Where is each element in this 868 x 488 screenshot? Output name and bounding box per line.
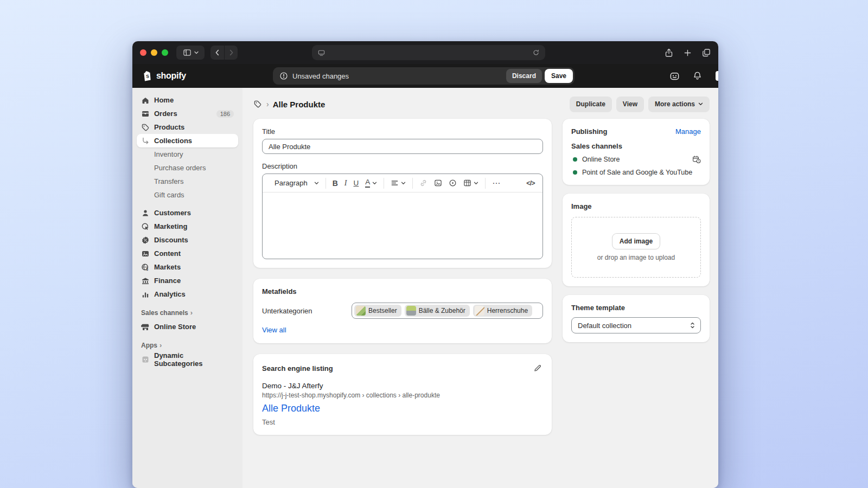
minimize-window-button[interactable] bbox=[151, 49, 157, 56]
sidebar-item-products[interactable]: Products bbox=[137, 120, 238, 134]
zoom-window-button[interactable] bbox=[162, 49, 168, 56]
sidebar-item-home[interactable]: Home bbox=[137, 93, 238, 107]
orders-icon bbox=[141, 110, 150, 118]
nested-arrow-icon bbox=[141, 137, 150, 145]
text-color-button[interactable]: A bbox=[362, 176, 380, 190]
sidebar-item-marketing[interactable]: Marketing bbox=[137, 220, 238, 233]
seo-result-title: Alle Produkte bbox=[262, 403, 543, 414]
share-icon[interactable] bbox=[665, 48, 673, 57]
insert-table-button[interactable] bbox=[460, 176, 482, 190]
forward-button[interactable] bbox=[224, 46, 238, 60]
play-circle-icon bbox=[449, 179, 457, 187]
tab-overview-icon[interactable] bbox=[702, 48, 711, 57]
link-icon bbox=[419, 179, 427, 187]
sidebar-toggle-button[interactable] bbox=[176, 46, 205, 60]
insert-video-button[interactable] bbox=[445, 176, 460, 190]
metafield-chip[interactable]: Bälle & Zubehör bbox=[405, 305, 470, 317]
notifications-bell-icon[interactable] bbox=[693, 71, 702, 81]
page-format-icon bbox=[317, 49, 326, 57]
new-tab-icon[interactable] bbox=[684, 49, 692, 57]
sidekick-icon[interactable] bbox=[669, 71, 680, 81]
underline-button[interactable]: U bbox=[350, 176, 362, 190]
refresh-icon[interactable] bbox=[532, 49, 540, 56]
insert-image-button[interactable] bbox=[431, 176, 445, 190]
duplicate-button[interactable]: Duplicate bbox=[570, 97, 612, 112]
pencil-icon bbox=[533, 364, 542, 373]
description-editor-body[interactable] bbox=[263, 192, 542, 259]
title-input[interactable] bbox=[262, 139, 543, 154]
channel-status-dot bbox=[573, 170, 577, 175]
metafield-label: Unterkategorien bbox=[262, 307, 352, 315]
collection-tag-icon bbox=[253, 100, 262, 108]
bold-button[interactable]: B bbox=[329, 176, 341, 190]
metafield-chip[interactable]: Herrenschuhe bbox=[473, 305, 532, 317]
sidebar-item-content[interactable]: Content bbox=[137, 247, 238, 260]
chevron-down-icon bbox=[401, 182, 406, 185]
insert-link-button[interactable] bbox=[416, 176, 431, 190]
close-window-button[interactable] bbox=[140, 49, 146, 56]
page-title: Alle Produkte bbox=[273, 100, 326, 109]
sidebar-item-transfers[interactable]: Transfers bbox=[137, 175, 238, 188]
align-left-icon bbox=[391, 179, 399, 187]
sidebar-item-online-store[interactable]: Online Store bbox=[137, 320, 238, 333]
topbar-actions bbox=[669, 71, 710, 81]
theme-template-select[interactable]: Default collection bbox=[571, 317, 701, 333]
shopify-bag-icon: S bbox=[141, 70, 152, 82]
seo-heading: Search engine listing bbox=[262, 364, 333, 373]
shopify-logo[interactable]: S shopify bbox=[141, 70, 186, 82]
sidebar-item-collections[interactable]: Collections bbox=[137, 134, 238, 147]
sidebar-item-discounts[interactable]: Discounts bbox=[137, 233, 238, 247]
more-formatting-button[interactable]: ⋯ bbox=[489, 176, 504, 190]
sidebar-item-markets[interactable]: $ Markets bbox=[137, 260, 238, 274]
unsaved-changes-text: Unsaved changes bbox=[292, 72, 506, 80]
sidebar-item-finance[interactable]: Finance bbox=[137, 274, 238, 287]
sales-channels-section-header[interactable]: Sales channels › bbox=[137, 301, 238, 320]
sidebar-item-orders[interactable]: Orders 186 bbox=[137, 107, 238, 120]
sidebar-item-gift-cards[interactable]: Gift cards bbox=[137, 188, 238, 202]
orders-count-badge: 186 bbox=[216, 110, 234, 118]
show-html-button[interactable]: </> bbox=[523, 176, 538, 190]
edit-seo-button[interactable] bbox=[532, 363, 543, 374]
title-description-card: Title Description Paragraph B bbox=[253, 119, 552, 268]
paragraph-style-dropdown[interactable]: Paragraph bbox=[267, 176, 322, 190]
sidebar-item-purchase-orders[interactable]: Purchase orders bbox=[137, 161, 238, 175]
apps-section-header[interactable]: Apps › bbox=[137, 333, 238, 352]
browser-window: S shopify Unsaved changes Discard Save bbox=[132, 41, 718, 488]
history-nav bbox=[210, 46, 238, 60]
store-avatar-edge bbox=[716, 71, 718, 81]
publishing-card: Publishing Manage Sales channels Online … bbox=[563, 119, 710, 185]
manage-publishing-link[interactable]: Manage bbox=[675, 127, 701, 136]
seo-card: Search engine listing Demo - J&J Afterfy… bbox=[253, 354, 552, 435]
image-dropzone[interactable]: Add image or drop an image to upload bbox=[571, 217, 701, 278]
customers-icon bbox=[141, 209, 150, 217]
chevron-right-icon: › bbox=[190, 309, 193, 317]
save-button[interactable]: Save bbox=[545, 69, 573, 83]
image-icon bbox=[434, 179, 442, 187]
add-image-button[interactable]: Add image bbox=[612, 234, 660, 249]
sales-channels-subheading: Sales channels bbox=[571, 142, 701, 150]
breadcrumb-chevron: › bbox=[266, 100, 269, 108]
chevron-down-icon bbox=[372, 182, 377, 185]
address-bar[interactable] bbox=[312, 45, 545, 60]
shopify-topbar: S shopify Unsaved changes Discard Save bbox=[132, 64, 718, 88]
svg-text:$: $ bbox=[146, 267, 149, 272]
sidebar-item-analytics[interactable]: Analytics bbox=[137, 287, 238, 301]
sidebar-item-customers[interactable]: Customers bbox=[137, 206, 238, 220]
italic-button[interactable]: I bbox=[341, 176, 350, 190]
sidebar-item-inventory[interactable]: Inventory bbox=[137, 147, 238, 161]
sidebar-panel-icon bbox=[183, 48, 192, 57]
page-actions: Duplicate View More actions bbox=[570, 97, 710, 112]
view-button[interactable]: View bbox=[616, 97, 644, 112]
schedule-calendar-icon[interactable] bbox=[692, 155, 701, 164]
alignment-button[interactable] bbox=[387, 176, 409, 190]
back-button[interactable] bbox=[210, 46, 224, 60]
sidebar-item-dynamic-subcategories[interactable]: Dynamic Subcategories bbox=[137, 352, 238, 366]
select-stepper-icon bbox=[690, 322, 695, 329]
discard-button[interactable]: Discard bbox=[506, 69, 542, 83]
metafield-value-input[interactable]: Bestseller Bälle & Zubehör Herrenschuhe bbox=[352, 303, 543, 319]
more-actions-button[interactable]: More actions bbox=[648, 97, 710, 112]
description-label: Description bbox=[262, 162, 543, 170]
view-all-metafields-link[interactable]: View all bbox=[262, 326, 286, 334]
metafield-chip[interactable]: Bestseller bbox=[354, 305, 401, 317]
chip-thumbnail bbox=[356, 306, 366, 316]
